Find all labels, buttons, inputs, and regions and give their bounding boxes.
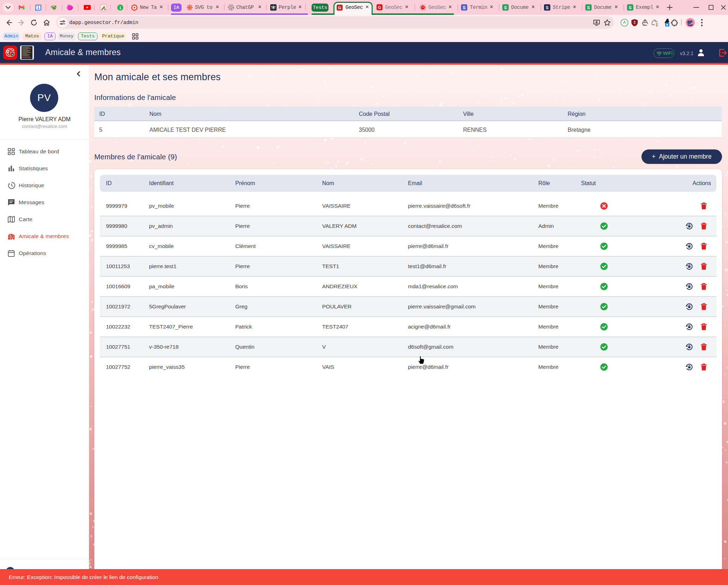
svg-text:S: S [504, 5, 507, 10]
svg-text:1: 1 [656, 23, 658, 27]
svg-text:S: S [629, 5, 632, 10]
svg-text:S: S [546, 5, 549, 10]
svg-text:G: G [378, 5, 381, 10]
svg-text:G: G [338, 6, 341, 10]
svg-text:S: S [587, 5, 590, 10]
svg-text:S: S [463, 5, 466, 10]
svg-text:1: 1 [119, 6, 121, 10]
svg-text:1: 1 [37, 6, 40, 10]
